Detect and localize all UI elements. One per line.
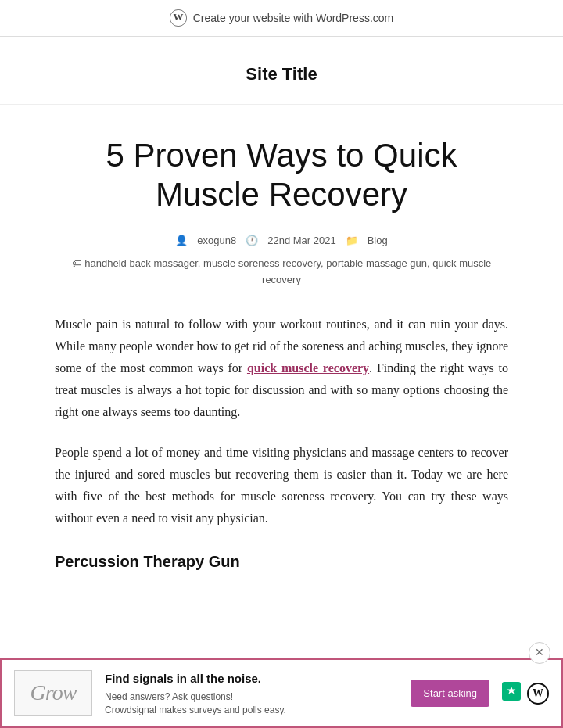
article-date: 22nd Mar 2021 [267, 233, 335, 249]
date-icon: 🕐 [246, 233, 258, 249]
article-tags: 🏷 handheld back massager, muscle sorenes… [55, 256, 508, 289]
category-icon: 📁 [346, 233, 358, 249]
site-title: Site Title [13, 60, 550, 88]
article-paragraph-1: Muscle pain is natural to follow with yo… [55, 314, 508, 423]
ad-banner: Grow Find signals in all the noise. Need… [0, 658, 563, 665]
tags-text: handheld back massager, muscle soreness … [84, 257, 491, 285]
tag-icon: 🏷 [72, 257, 82, 269]
wordpress-top-bar: W Create your website with WordPress.com [0, 0, 563, 37]
main-content: 5 Proven Ways to Quick Muscle Recovery 👤… [39, 105, 524, 666]
author-icon: 👤 [175, 233, 188, 249]
article-author: exogun8 [197, 233, 236, 249]
close-ad-button[interactable]: ✕ [529, 642, 550, 664]
topbar-text: Create your website with WordPress.com [193, 9, 394, 27]
meta-row-primary: 👤 exogun8 🕐 22nd Mar 2021 📁 Blog [55, 233, 508, 249]
wordpress-logo-icon: W [170, 9, 187, 27]
quick-muscle-recovery-link[interactable]: quick muscle recovery [247, 361, 369, 375]
section-1-heading: Percussion Therapy Gun [55, 548, 508, 576]
article-meta: 👤 exogun8 🕐 22nd Mar 2021 📁 Blog [55, 233, 508, 249]
site-header: Site Title [0, 37, 563, 104]
article-title: 5 Proven Ways to Quick Muscle Recovery [55, 136, 508, 215]
article-category: Blog [368, 233, 388, 249]
article-body: Muscle pain is natural to follow with yo… [55, 314, 508, 576]
svg-text:W: W [173, 11, 183, 23]
article-paragraph-2: People spend a lot of money and time vis… [55, 442, 508, 529]
